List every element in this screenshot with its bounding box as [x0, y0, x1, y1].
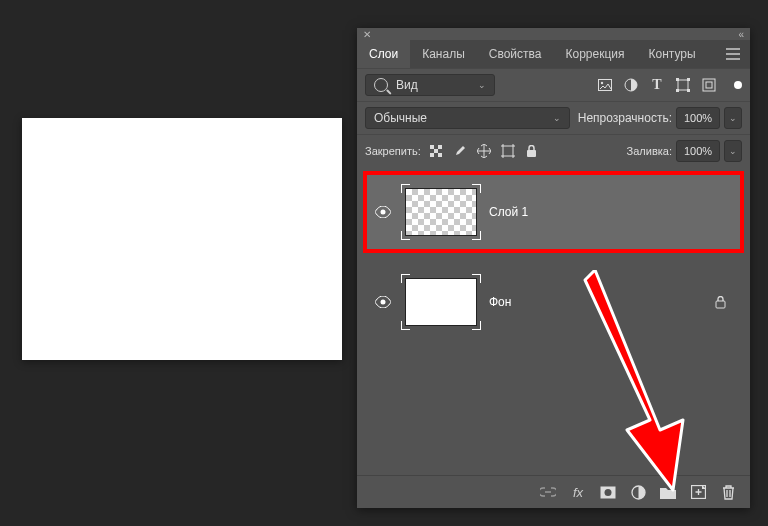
svg-point-18	[381, 210, 386, 215]
blend-row: Обычные ⌄ Непрозрачность: 100% ⌄	[357, 101, 750, 134]
opacity-value[interactable]: 100%	[676, 107, 720, 129]
canvas-preview	[22, 118, 342, 360]
svg-rect-15	[438, 153, 442, 157]
mask-icon[interactable]	[600, 484, 616, 500]
filter-image-icon[interactable]	[598, 78, 612, 92]
new-layer-icon[interactable]	[690, 484, 706, 500]
tab-properties[interactable]: Свойства	[477, 40, 554, 68]
svg-point-22	[605, 489, 612, 496]
layer-thumbnail[interactable]	[405, 188, 477, 236]
panel-titlebar: ✕ «	[357, 28, 750, 40]
lock-row: Закрепить: Заливка: 100% ⌄	[357, 134, 750, 167]
link-layers-icon[interactable]	[540, 484, 556, 500]
lock-position-icon[interactable]	[477, 144, 491, 158]
layer-name[interactable]: Слой 1	[489, 205, 528, 219]
svg-rect-5	[687, 78, 690, 81]
svg-point-1	[601, 82, 603, 84]
svg-rect-9	[706, 82, 712, 88]
visibility-toggle-icon[interactable]	[373, 292, 393, 312]
svg-point-19	[381, 300, 386, 305]
svg-rect-13	[434, 149, 438, 153]
filter-shape-icon[interactable]	[676, 78, 690, 92]
svg-rect-6	[676, 89, 679, 92]
adjustment-layer-icon[interactable]	[630, 484, 646, 500]
blend-mode-select[interactable]: Обычные ⌄	[365, 107, 570, 129]
fill-value[interactable]: 100%	[676, 140, 720, 162]
filter-row: Вид ⌄ T	[357, 68, 750, 101]
fx-icon[interactable]: fx	[570, 484, 586, 500]
filter-smartobject-icon[interactable]	[702, 78, 716, 92]
layer-name[interactable]: Фон	[489, 295, 511, 309]
blend-mode-label: Обычные	[374, 111, 427, 125]
tab-paths[interactable]: Контуры	[637, 40, 708, 68]
filter-toggle-dot[interactable]	[734, 81, 742, 89]
opacity-label: Непрозрачность:	[578, 111, 672, 125]
filter-type-select[interactable]: Вид ⌄	[365, 74, 495, 96]
opacity-chevron[interactable]: ⌄	[724, 107, 742, 129]
tab-adjustments[interactable]: Коррекция	[553, 40, 636, 68]
lock-brush-icon[interactable]	[453, 144, 467, 158]
svg-rect-3	[678, 80, 688, 90]
chevron-down-icon: ⌄	[553, 113, 561, 123]
layers-list: Слой 1 Фон	[357, 167, 750, 475]
tab-channels[interactable]: Каналы	[410, 40, 477, 68]
fill-label: Заливка:	[627, 145, 672, 157]
lock-all-icon[interactable]	[525, 144, 539, 158]
svg-rect-7	[687, 89, 690, 92]
filter-adjustment-icon[interactable]	[624, 78, 638, 92]
svg-rect-11	[430, 145, 434, 149]
lock-pixels-icon[interactable]	[429, 144, 443, 158]
fill-chevron[interactable]: ⌄	[724, 140, 742, 162]
panel-tabs: Слои Каналы Свойства Коррекция Контуры	[357, 40, 750, 68]
filter-type-label: Вид	[396, 78, 418, 92]
collapse-icon[interactable]: «	[738, 29, 744, 40]
layer-thumbnail[interactable]	[405, 278, 477, 326]
svg-rect-8	[703, 79, 715, 91]
close-icon[interactable]: ✕	[363, 29, 371, 40]
filter-type-icon[interactable]: T	[650, 78, 664, 92]
trash-icon[interactable]	[720, 484, 736, 500]
panel-menu-icon[interactable]	[716, 40, 750, 68]
layer-row[interactable]: Слой 1	[365, 173, 742, 251]
layer-row[interactable]: Фон	[365, 263, 742, 341]
visibility-toggle-icon[interactable]	[373, 202, 393, 222]
group-icon[interactable]	[660, 484, 676, 500]
chevron-down-icon: ⌄	[478, 80, 486, 90]
lock-artboard-icon[interactable]	[501, 144, 515, 158]
layers-panel: ✕ « Слои Каналы Свойства Коррекция Конту…	[357, 28, 750, 508]
svg-rect-17	[527, 150, 536, 157]
svg-rect-20	[716, 301, 725, 308]
lock-label: Закрепить:	[365, 145, 421, 157]
svg-rect-4	[676, 78, 679, 81]
svg-rect-16	[503, 146, 513, 156]
svg-rect-12	[438, 145, 442, 149]
panel-footer: fx	[357, 475, 750, 508]
search-icon	[374, 78, 388, 92]
lock-icon[interactable]	[715, 296, 726, 309]
svg-rect-14	[430, 153, 434, 157]
tab-layers[interactable]: Слои	[357, 40, 410, 68]
